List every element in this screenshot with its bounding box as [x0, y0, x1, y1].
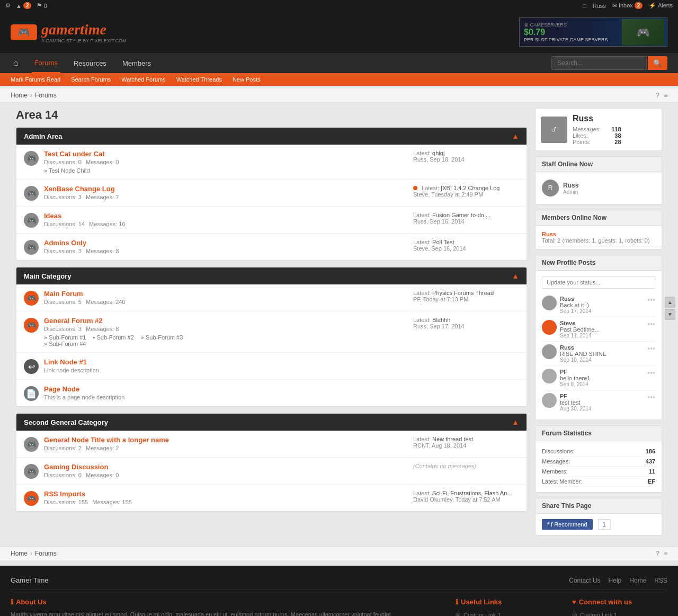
username-top[interactable]: Russ [593, 3, 606, 9]
forum-info: Main Forum Discussions: 5 Messages: 240 [44, 290, 408, 305]
forum-meta: Discussions: 155 Messages: 155 [44, 499, 408, 505]
flag-icon[interactable]: ⚑ 0 [37, 2, 47, 9]
forum-name[interactable]: Main Forum [44, 290, 408, 298]
nav-forums[interactable]: Forums [32, 53, 60, 73]
latest-post-link[interactable]: Sci-Fi, Frustrations, Flash An... [432, 490, 512, 496]
help-icon[interactable]: ? [656, 92, 659, 99]
staff-name[interactable]: Russ [563, 182, 578, 189]
pp-more-button[interactable]: ••• [647, 296, 655, 304]
settings-icon[interactable]: ⚙ [5, 2, 11, 9]
latest-post-link[interactable]: [XB] 1.4.2 Change Log [441, 185, 499, 191]
forum-name[interactable]: Ideas [44, 212, 408, 220]
breadcrumb-home-bottom[interactable]: Home [11, 550, 28, 557]
about-title: ℹ About Us [11, 598, 434, 606]
forum-name[interactable]: Link Node #1 [44, 358, 519, 366]
new-profile-posts-body: Russ Back at it :) Sep 17, 2014 ••• Stev… [536, 271, 662, 419]
inbox-link[interactable]: ✉ Inbox 2 [612, 2, 643, 9]
latest-post-link[interactable]: Poll Test [432, 239, 454, 245]
latest-by: PF, Today at 7:13 PM [413, 296, 468, 302]
pp-name[interactable]: Russ [560, 296, 655, 302]
nav-home[interactable]: ⌂ [11, 53, 21, 73]
status-input[interactable] [542, 276, 655, 289]
breadcrumb-forums-bottom[interactable]: Forums [35, 550, 57, 557]
sidebar: ♂ Russ Messages: 118 Likes: 38 [535, 108, 662, 541]
search-input[interactable] [551, 56, 647, 70]
menu-icon[interactable]: ≡ [664, 92, 667, 99]
sub-forum-1[interactable]: » Sub-Forum #1 [44, 334, 86, 341]
header-ad[interactable]: 🖥 GAMESERVERS $0.79 PER SLOT PRIVATE GAM… [519, 17, 667, 47]
rss-link[interactable]: RSS [654, 577, 667, 584]
menu-icon-bottom[interactable]: ≡ [664, 550, 667, 557]
scroll-controls: ▲ ▼ [665, 297, 675, 319]
stat-row: Discussions: 186 [542, 447, 655, 457]
watched-threads[interactable]: Watched Threads [176, 76, 222, 83]
forum-name[interactable]: Gaming Discussion [44, 463, 408, 471]
home-link[interactable]: Home [629, 577, 646, 584]
latest-post-link[interactable]: Blahhh [432, 317, 450, 323]
table-row: 🎮 XenBase Change Log Discussions: 3 Mess… [16, 180, 527, 207]
contact-us-link[interactable]: Contact Us [569, 577, 600, 584]
nav-members[interactable]: Members [120, 54, 154, 73]
category-header-second[interactable]: Second General Category ▲ [16, 414, 527, 431]
latest-post-link[interactable]: ghigj [432, 150, 444, 156]
latest-post-link[interactable]: New thread test [432, 436, 473, 442]
user-card-body: ♂ Russ Messages: 118 Likes: 38 [536, 109, 662, 150]
sub-forum-2[interactable]: • Sub-Forum #2 [93, 334, 134, 341]
footer-about: ℹ About Us Mauris viverra arcu vitae nis… [11, 598, 434, 616]
category-header-main[interactable]: Main Category ▲ [16, 267, 527, 284]
search-forums[interactable]: Search Forums [71, 76, 111, 83]
latest-by: RCNT, Aug 18, 2014 [413, 442, 466, 449]
forum-name[interactable]: General Node Title with a longer name [44, 436, 408, 444]
footer-links: Contact Us Help Home RSS [569, 577, 667, 584]
forum-icon: 🎮 [24, 291, 39, 306]
pp-name[interactable]: Russ [560, 344, 655, 351]
latest-by: Steve, Tuesday at 2:49 PM [413, 191, 483, 198]
logo[interactable]: 🎮 gamertime A GAMING STYLE BY PIXELEXIT.… [11, 21, 126, 43]
latest-post-link[interactable]: Physics Forums Thread [432, 290, 494, 296]
new-profile-posts-card: New Profile Posts Russ Back at it :) Sep… [535, 255, 662, 420]
nav: ⌂ Forums Resources Members 🔍 [0, 53, 678, 73]
pp-more-button[interactable]: ••• [647, 369, 655, 377]
latest-post-link[interactable]: Fusion Gamer to-do.... [432, 212, 490, 218]
help-icon-bottom[interactable]: ? [656, 550, 659, 557]
forum-meta: Discussions: 0 Messages: 0 [44, 472, 408, 478]
forum-name[interactable]: XenBase Change Log [44, 185, 408, 193]
scroll-down-button[interactable]: ▼ [665, 309, 675, 319]
watched-forums[interactable]: Watched Forums [121, 76, 165, 83]
alerts-link[interactable]: ⚡ Alerts [649, 2, 673, 9]
connect-link-1[interactable]: ◎Custom Link 1 [572, 610, 667, 616]
forum-name[interactable]: Admins Only [44, 239, 408, 247]
forum-icon: 🎮 [24, 240, 39, 255]
forum-icon: 🎮 [24, 186, 39, 201]
sub-forum-link[interactable]: » Test Node Child [44, 167, 90, 174]
search-button[interactable]: 🔍 [648, 56, 667, 70]
forum-latest: Latest: Blahhh Russ, Sep 17, 2014 [413, 317, 519, 329]
forum-name[interactable]: Test Cat under Cat [44, 150, 408, 158]
new-posts[interactable]: New Posts [233, 76, 261, 83]
breadcrumb-forums[interactable]: Forums [35, 92, 57, 99]
pp-more-button[interactable]: ••• [647, 344, 655, 353]
forum-name[interactable]: Page Node [44, 385, 519, 393]
facebook-recommend-button[interactable]: f f Recommend [542, 519, 593, 530]
sub-forum-4[interactable]: » Sub-Forum #4 [44, 341, 86, 347]
breadcrumb-home[interactable]: Home [11, 92, 28, 99]
user-name[interactable]: Russ [573, 114, 621, 123]
sub-forum-3[interactable]: » Sub-Forum #3 [141, 334, 183, 341]
help-link[interactable]: Help [609, 577, 622, 584]
pp-name[interactable]: PF [560, 393, 655, 399]
scroll-up-button[interactable]: ▲ [665, 297, 675, 307]
forum-name[interactable]: General Forum #2 [44, 317, 408, 325]
category-header-admin[interactable]: Admin Area ▲ [16, 128, 527, 145]
pp-more-button[interactable]: ••• [647, 393, 655, 401]
forum-name[interactable]: RSS Imports [44, 490, 408, 498]
nav-resources[interactable]: Resources [71, 54, 109, 73]
pp-name[interactable]: Steve [560, 320, 655, 326]
ad-price: $0.79 [524, 28, 620, 37]
useful-link-1[interactable]: ◎Custom Link 1 [456, 610, 551, 616]
pp-name[interactable]: PF [560, 369, 655, 375]
mark-forums-read[interactable]: Mark Forums Read [11, 76, 60, 83]
ad-inner: 🖥 GAMESERVERS $0.79 PER SLOT PRIVATE GAM… [520, 18, 667, 46]
online-member-name[interactable]: Russ [542, 231, 655, 237]
alerts-icon[interactable]: ▲ 2 [16, 2, 31, 9]
pp-more-button[interactable]: ••• [647, 320, 655, 328]
